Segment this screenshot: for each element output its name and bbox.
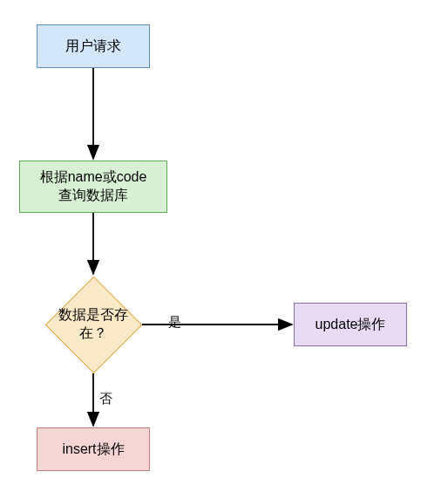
flow-node-insert-label: insert操作: [62, 441, 124, 459]
flow-node-insert: insert操作: [37, 427, 150, 471]
flow-node-start: 用户请求: [37, 24, 150, 68]
edge-label-no: 否: [99, 391, 112, 407]
flow-node-decision-label: 数据是否存 在？: [44, 276, 142, 373]
flow-arrows: [0, 0, 448, 492]
flow-node-query: 根据name或code 查询数据库: [19, 161, 167, 213]
flow-node-update: update操作: [294, 303, 407, 346]
edge-label-yes: 是: [168, 314, 181, 331]
flow-node-start-label: 用户请求: [65, 38, 121, 56]
flow-node-query-label: 根据name或code 查询数据库: [40, 168, 147, 205]
flow-node-decision: 数据是否存 在？: [44, 276, 142, 373]
flow-node-update-label: update操作: [316, 316, 386, 334]
